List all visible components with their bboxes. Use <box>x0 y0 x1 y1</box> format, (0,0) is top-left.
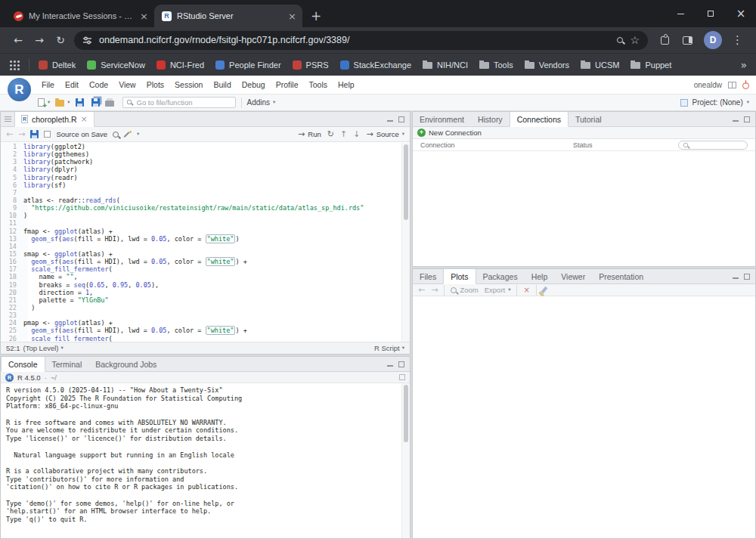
source-button[interactable]: →Source▾ <box>366 130 404 138</box>
extensions-icon[interactable] <box>654 36 676 45</box>
code-line[interactable]: 11 <box>1 219 401 227</box>
tab-viewer[interactable]: Viewer <box>554 269 592 283</box>
next-section-icon[interactable]: ↓ <box>353 130 360 138</box>
code-line[interactable]: 5library(readr) <box>1 174 401 181</box>
window-maximize-button[interactable] <box>696 0 726 27</box>
maximize-pane-icon[interactable] <box>398 116 404 122</box>
browser-menu-icon[interactable]: ⋮ <box>727 35 748 46</box>
bookmark-stackexchange[interactable]: StackExchange <box>340 60 411 70</box>
console-output[interactable]: R version 4.5.0 (2025-04-11) -- "How Abo… <box>1 383 401 538</box>
tab-presentation[interactable]: Presentation <box>592 269 650 283</box>
prev-section-icon[interactable]: ↑ <box>340 130 347 138</box>
tab-connections[interactable]: Connections <box>510 112 569 127</box>
maximize-pane-icon[interactable] <box>744 116 750 122</box>
scope-selector[interactable]: (Top Level) ▾ <box>23 344 64 352</box>
minimize-pane-icon[interactable] <box>733 277 739 279</box>
addins-button[interactable]: Addins▾ <box>247 98 276 107</box>
menu-tools[interactable]: Tools <box>303 80 333 89</box>
window-close-button[interactable]: × <box>726 0 756 27</box>
menu-plots[interactable]: Plots <box>141 80 169 89</box>
connections-search-input[interactable] <box>692 141 743 149</box>
lens-search-icon[interactable] <box>617 37 623 43</box>
code-line[interactable]: 6library(sf) <box>1 181 401 189</box>
bookmark-nih-nci[interactable]: NIH/NCI <box>423 60 468 70</box>
bookmark-psrs[interactable]: PSRS <box>293 60 329 70</box>
bookmark-vendors[interactable]: Vendors <box>525 60 569 70</box>
code-line[interactable]: 12fmap <- ggplot(atlas) + <box>1 228 401 235</box>
maximize-pane-icon[interactable] <box>744 274 750 280</box>
forward-button[interactable]: → <box>29 35 50 45</box>
plot-forward-icon[interactable]: → <box>431 286 438 294</box>
code-line[interactable]: 13 geom_sf(aes(fill = HDI), lwd = 0.05, … <box>1 235 401 243</box>
url-text[interactable]: ondemand.ncifcrf.gov/rnode/fsitgl-hpc071… <box>99 35 610 45</box>
source-on-save-checkbox[interactable] <box>44 131 51 138</box>
scrollbar-thumb[interactable] <box>404 144 408 220</box>
menu-code[interactable]: Code <box>84 80 113 89</box>
menu-help[interactable]: Help <box>333 80 360 89</box>
bookmark-people-finder[interactable]: People Finder <box>215 60 281 70</box>
tab-environment[interactable]: Environment <box>413 112 471 126</box>
menu-profile[interactable]: Profile <box>271 80 304 89</box>
profile-avatar[interactable]: D <box>704 31 722 49</box>
code-line[interactable]: 10) <box>1 212 401 219</box>
menu-edit[interactable]: Edit <box>60 80 84 89</box>
code-editor[interactable]: 1library(ggplot2)2library(ggthemes)3libr… <box>1 143 401 342</box>
remove-plot-icon[interactable]: × <box>523 287 529 294</box>
editor-scrollbar[interactable] <box>401 143 410 342</box>
tab-files[interactable]: Files <box>413 269 443 283</box>
menu-view[interactable]: View <box>113 80 141 89</box>
tab-history[interactable]: History <box>471 112 510 126</box>
code-line[interactable]: 22 ) <box>1 304 401 311</box>
code-line[interactable]: 25 geom_sf(aes(fill = HDI), lwd = 0.05, … <box>1 327 401 334</box>
bookmarks-overflow-icon[interactable]: » <box>740 60 747 70</box>
code-line[interactable]: 7 <box>1 189 401 197</box>
open-file-button[interactable]: ▾ <box>55 98 70 107</box>
tab-tutorial[interactable]: Tutorial <box>569 112 609 126</box>
code-line[interactable]: 9 "https://github.com/viniciusoike/resta… <box>1 204 401 212</box>
code-line[interactable]: 23 <box>1 311 401 319</box>
browser-tab-rstudio[interactable]: R RStudio Server × <box>154 5 302 27</box>
site-info-icon[interactable] <box>82 36 92 45</box>
bookmark-ucsm[interactable]: UCSM <box>581 60 619 70</box>
bookmark-nci-fred[interactable]: NCI-Fred <box>156 60 204 70</box>
print-button[interactable] <box>105 101 114 107</box>
clear-plots-icon[interactable] <box>541 287 547 293</box>
minimize-pane-icon[interactable] <box>733 120 739 122</box>
pane-layout-icon[interactable] <box>728 82 736 88</box>
reload-button[interactable]: ↻ <box>50 35 71 45</box>
save-source-button[interactable] <box>30 130 39 138</box>
code-line[interactable]: 21 palette = "YlGnBu" <box>1 296 401 304</box>
scrollbar-thumb[interactable] <box>404 385 408 442</box>
file-tab-choropleth[interactable]: choropleth.R × <box>14 112 94 127</box>
code-line[interactable]: 2library(ggthemes) <box>1 150 401 158</box>
code-line[interactable]: 1library(ggplot2) <box>1 143 401 150</box>
nav-back-icon[interactable]: ← <box>6 130 13 138</box>
tab-help[interactable]: Help <box>525 269 555 283</box>
zoom-button[interactable]: Zoom <box>451 286 478 294</box>
code-line[interactable]: 18 name = "", <box>1 273 401 280</box>
new-connection-button[interactable]: New Connection <box>417 129 482 137</box>
code-line[interactable]: 20 direction = 1, <box>1 289 401 296</box>
code-tools-icon[interactable] <box>124 131 132 138</box>
menu-debug[interactable]: Debug <box>237 80 271 89</box>
address-bar[interactable]: ondemand.ncifcrf.gov/rnode/fsitgl-hpc071… <box>74 31 648 50</box>
code-line[interactable]: 19 breaks = seq(0.65, 0.95, 0.05), <box>1 281 401 289</box>
tab-console[interactable]: Console <box>1 357 45 372</box>
save-all-button[interactable] <box>91 98 100 107</box>
menu-file[interactable]: File <box>36 80 60 89</box>
sign-out-icon[interactable] <box>742 82 749 89</box>
console-options-icon[interactable] <box>399 374 405 380</box>
menu-session[interactable]: Session <box>169 80 208 89</box>
find-replace-icon[interactable] <box>113 132 119 138</box>
export-button[interactable]: Export▾ <box>485 286 511 294</box>
window-minimize-button[interactable] <box>665 0 696 27</box>
doc-type-selector[interactable]: R Script ▾ <box>374 344 404 352</box>
code-line[interactable]: 16 geom_sf(aes(fill = HDI), lwd = 0.05, … <box>1 258 401 265</box>
bookmark-deltek[interactable]: Deltek <box>39 60 76 70</box>
code-line[interactable]: 8atlas <- readr::read_rds( <box>1 197 401 204</box>
close-file-icon[interactable]: × <box>81 115 88 123</box>
code-line[interactable]: 24pmap <- ggplot(atlas) + <box>1 319 401 327</box>
save-button[interactable] <box>76 98 84 107</box>
code-line[interactable]: 14 <box>1 243 401 250</box>
tab-packages[interactable]: Packages <box>476 269 525 283</box>
